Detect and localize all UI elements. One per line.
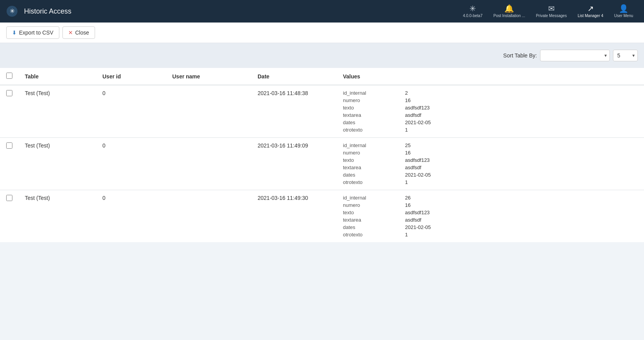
value-val: asdfsdf123: [405, 105, 638, 111]
table-header-row: Table User id User name Date Values: [0, 68, 644, 85]
value-key: numero: [343, 150, 405, 156]
close-button[interactable]: ✕ Close: [62, 26, 95, 39]
nav-list-manager[interactable]: ↗ List Manager 4: [573, 2, 608, 20]
value-key: textarea: [343, 112, 405, 118]
value-val: asdfsdf: [405, 165, 638, 170]
table-row: Test (Test)02021-03-16 11:48:38id_intern…: [0, 85, 644, 138]
value-key: otrotexto: [343, 232, 405, 238]
value-val: asdfsdf: [405, 217, 638, 223]
value-val: 2021-02-05: [405, 224, 638, 230]
page-size-select[interactable]: 5 10 20 50 100: [613, 50, 638, 61]
value-key: texto: [343, 157, 405, 163]
bell-icon: 🔔: [504, 5, 514, 12]
column-header-userid: User id: [96, 68, 166, 85]
export-csv-button[interactable]: ⬇ Export to CSV: [6, 26, 59, 39]
value-val: 16: [405, 150, 638, 156]
row-user-name: [166, 138, 251, 190]
value-val: 2021-02-05: [405, 172, 638, 178]
value-key: numero: [343, 97, 405, 103]
row-checkbox[interactable]: [6, 142, 12, 149]
value-key: id_internal: [343, 142, 405, 148]
value-key: dates: [343, 120, 405, 125]
row-date: 2021-03-16 11:48:38: [251, 85, 337, 138]
value-key: texto: [343, 105, 405, 111]
value-key: id_internal: [343, 195, 405, 201]
select-all-checkbox[interactable]: [6, 73, 12, 79]
value-val: asdfsdf: [405, 112, 638, 118]
column-header-values: Values: [337, 68, 644, 85]
row-values: id_internal25numero16textoasdfsdf123text…: [337, 138, 644, 190]
nav-joomla-icon[interactable]: ✳ 4.0.0-beta7: [458, 2, 487, 20]
row-checkbox[interactable]: [6, 195, 12, 201]
table-row: Test (Test)02021-03-16 11:49:30id_intern…: [0, 190, 644, 243]
navbar: ✳ Historic Access ✳ 4.0.0-beta7 🔔 Post I…: [0, 0, 644, 23]
row-date: 2021-03-16 11:49:09: [251, 138, 337, 190]
sort-table-select[interactable]: Table User id User name Date: [540, 50, 610, 61]
value-val: 2021-02-05: [405, 120, 638, 125]
value-key: id_internal: [343, 90, 405, 96]
row-table-name: Test (Test): [19, 138, 96, 190]
row-date: 2021-03-16 11:49:30: [251, 190, 337, 243]
row-user-name: [166, 190, 251, 243]
joomla-star-icon: ✳: [469, 5, 476, 12]
row-user-name: [166, 85, 251, 138]
nav-private-messages[interactable]: ✉ Private Messages: [531, 2, 571, 20]
value-val: 26: [405, 195, 638, 201]
value-key: otrotexto: [343, 127, 405, 133]
value-val: 1: [405, 127, 638, 133]
download-icon: ⬇: [12, 29, 17, 36]
value-val: 2: [405, 90, 638, 96]
navbar-brand[interactable]: ✳: [6, 5, 18, 17]
value-val: asdfsdf123: [405, 210, 638, 215]
nav-user-menu[interactable]: 👤 User Menu: [609, 2, 638, 20]
historic-access-table: Table User id User name Date Values Test…: [0, 68, 644, 242]
row-user-id: 0: [96, 85, 166, 138]
data-table-container: Table User id User name Date Values Test…: [0, 68, 644, 242]
value-key: otrotexto: [343, 179, 405, 185]
mail-icon: ✉: [548, 5, 555, 12]
nav-post-installation[interactable]: 🔔 Post Installation ...: [489, 2, 530, 20]
nav-icons: ✳ 4.0.0-beta7 🔔 Post Installation ... ✉ …: [458, 2, 638, 20]
row-user-id: 0: [96, 138, 166, 190]
value-key: dates: [343, 224, 405, 230]
select-all-header[interactable]: [0, 68, 19, 85]
value-val: asdfsdf123: [405, 157, 638, 163]
value-key: dates: [343, 172, 405, 178]
sort-label: Sort Table By:: [503, 52, 537, 59]
value-key: texto: [343, 210, 405, 215]
toolbar: ⬇ Export to CSV ✕ Close: [0, 23, 644, 43]
row-user-id: 0: [96, 190, 166, 243]
joomla-logo-icon: ✳: [6, 5, 18, 17]
value-key: numero: [343, 202, 405, 208]
svg-text:✳: ✳: [10, 8, 15, 14]
value-val: 16: [405, 97, 638, 103]
column-header-date: Date: [251, 68, 337, 85]
row-values: id_internal2numero16textoasdfsdf123texta…: [337, 85, 644, 138]
row-checkbox-cell: [0, 85, 19, 138]
row-checkbox-cell: [0, 138, 19, 190]
value-val: 25: [405, 142, 638, 148]
value-key: textarea: [343, 217, 405, 223]
close-icon: ✕: [68, 29, 73, 36]
row-table-name: Test (Test): [19, 85, 96, 138]
sort-select-wrapper: Table User id User name Date: [540, 50, 610, 61]
row-values: id_internal26numero16textoasdfsdf123text…: [337, 190, 644, 243]
value-key: textarea: [343, 165, 405, 170]
value-val: 1: [405, 179, 638, 185]
table-row: Test (Test)02021-03-16 11:49:09id_intern…: [0, 138, 644, 190]
filter-bar: Sort Table By: Table User id User name D…: [0, 43, 644, 68]
value-val: 16: [405, 202, 638, 208]
link-icon: ↗: [587, 5, 594, 12]
column-header-table: Table: [19, 68, 96, 85]
page-size-wrapper: 5 10 20 50 100: [613, 50, 638, 61]
row-table-name: Test (Test): [19, 190, 96, 243]
value-val: 1: [405, 232, 638, 238]
page-title: Historic Access: [24, 7, 71, 16]
user-icon: 👤: [619, 5, 628, 12]
column-header-username: User name: [166, 68, 251, 85]
row-checkbox[interactable]: [6, 90, 12, 96]
row-checkbox-cell: [0, 190, 19, 243]
